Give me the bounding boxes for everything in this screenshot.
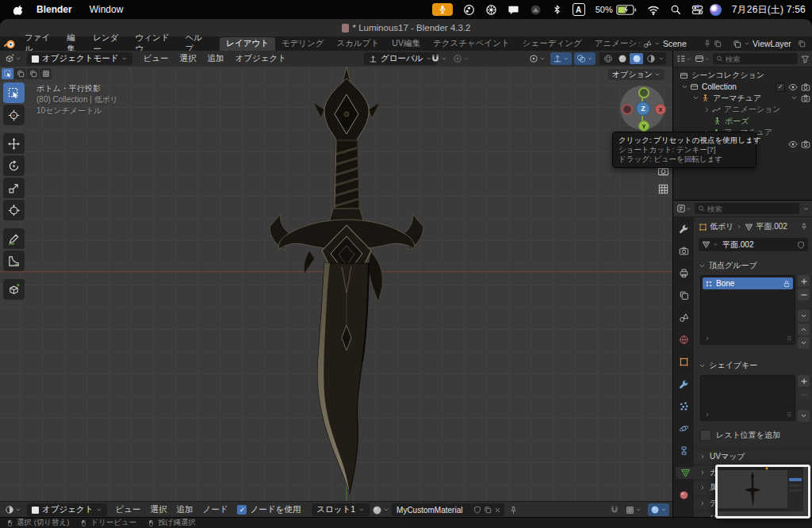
sword-model[interactable] xyxy=(270,67,423,493)
vertex-groups-section-header[interactable]: 頂点グループ xyxy=(694,255,812,274)
shader-view-menu[interactable]: ビュー xyxy=(110,504,145,515)
shading-rendered-button[interactable] xyxy=(644,53,657,64)
mic-status-button[interactable] xyxy=(432,3,453,16)
snap-icon[interactable] xyxy=(610,505,619,515)
material-browse-dropdown[interactable] xyxy=(370,503,392,516)
tool-measure[interactable] xyxy=(3,251,25,271)
unlink-material-icon[interactable] xyxy=(494,507,501,514)
gizmo-axis-x[interactable]: X xyxy=(655,104,666,115)
tab-shading[interactable]: シェーディング xyxy=(516,37,588,51)
properties-search-input[interactable] xyxy=(707,205,796,213)
tab-material-properties[interactable] xyxy=(675,489,692,501)
select-mode-extend-button[interactable] xyxy=(14,68,26,79)
tab-world-properties[interactable] xyxy=(675,334,692,346)
shader-type-dropdown[interactable]: オブジェクト xyxy=(27,503,107,516)
render-visibility-icon[interactable] xyxy=(801,82,810,92)
chevron-down-icon[interactable] xyxy=(791,94,798,101)
outliner-editor-dropdown[interactable] xyxy=(676,54,691,63)
view-layer-selector[interactable]: ViewLayer xyxy=(730,38,809,49)
tool-annotate[interactable] xyxy=(3,228,25,249)
tab-object-properties[interactable] xyxy=(675,356,692,368)
select-mode-difference-button[interactable] xyxy=(40,68,52,79)
shading-wireframe-button[interactable] xyxy=(601,53,615,64)
grid-ortho-icon[interactable] xyxy=(657,183,669,195)
gizmo-axis-neg-x[interactable] xyxy=(622,104,633,115)
outliner-row-collection[interactable]: Collection ✓ xyxy=(673,81,812,92)
tab-physics-properties[interactable] xyxy=(675,423,692,434)
3d-viewport[interactable]: ボトム・平行投影 (80) Collection | 低ポリ 10センチメートル… xyxy=(0,67,672,501)
arc-app-icon[interactable] xyxy=(530,4,542,16)
new-scene-icon[interactable] xyxy=(714,40,722,48)
snap-toggle-dropdown[interactable] xyxy=(550,52,572,65)
snap-mode-dropdown[interactable] xyxy=(623,503,644,516)
add-menu[interactable]: 追加 xyxy=(201,53,229,64)
outliner-row-scene-collection[interactable]: シーンコレクション xyxy=(673,70,812,81)
material-name-input[interactable] xyxy=(395,505,471,515)
pin-icon[interactable] xyxy=(800,223,808,231)
render-visibility-icon[interactable] xyxy=(801,140,810,149)
properties-editor-dropdown[interactable] xyxy=(676,204,691,213)
section-uv-maps[interactable]: UVマップ xyxy=(694,449,812,465)
mesh-name-field[interactable] xyxy=(699,238,808,251)
remove-vertex-group-button[interactable] xyxy=(798,289,810,300)
tab-render-properties[interactable] xyxy=(675,245,692,257)
chevron-down-icon[interactable] xyxy=(713,242,718,247)
tab-scene-properties[interactable] xyxy=(675,312,692,323)
tool-transform[interactable] xyxy=(3,200,25,220)
tab-viewlayer-properties[interactable] xyxy=(675,289,692,301)
select-mode-new-button[interactable] xyxy=(2,68,13,79)
chevron-right-icon[interactable] xyxy=(704,411,710,418)
input-source-badge[interactable]: A xyxy=(573,3,585,16)
proportional-edit-dropdown[interactable] xyxy=(450,52,472,65)
chevron-down-icon[interactable] xyxy=(692,94,699,101)
move-group-down-button[interactable] xyxy=(798,337,810,349)
tab-modifier-properties[interactable] xyxy=(675,378,692,390)
remove-shape-key-button[interactable] xyxy=(798,388,810,400)
chevron-right-icon[interactable] xyxy=(704,335,710,342)
options-dropdown[interactable]: オプション xyxy=(608,69,665,80)
copy-material-icon[interactable] xyxy=(484,506,492,514)
control-center-icon[interactable] xyxy=(691,4,699,16)
editor-type-dropdown[interactable] xyxy=(2,52,24,65)
overlay-dropdown[interactable] xyxy=(574,52,596,65)
spotlight-search-icon[interactable] xyxy=(670,4,681,15)
shader-editor-dropdown[interactable] xyxy=(2,503,24,516)
tool-move[interactable] xyxy=(3,133,25,154)
shape-key-list[interactable]: ⠿ xyxy=(700,375,795,421)
use-nodes-checkbox[interactable]: ✓ xyxy=(237,505,247,515)
lock-icon[interactable] xyxy=(783,280,791,288)
view-menu[interactable]: ビュー xyxy=(137,53,174,64)
select-menu[interactable]: 選択 xyxy=(174,53,201,64)
material-name-field[interactable] xyxy=(392,503,504,516)
obs-status-icon[interactable] xyxy=(463,4,475,16)
new-layer-icon[interactable] xyxy=(798,40,806,48)
properties-search[interactable] xyxy=(695,203,799,214)
battery-indicator[interactable]: 50% xyxy=(596,5,637,15)
display-mode-dropdown[interactable] xyxy=(695,54,710,63)
rest-position-checkbox[interactable] xyxy=(700,430,711,441)
chevron-down-icon[interactable] xyxy=(681,83,688,90)
shading-solid-button[interactable] xyxy=(615,53,629,64)
shader-overlay-dropdown[interactable] xyxy=(648,503,669,516)
breadcrumb-object[interactable]: 低ポリ xyxy=(710,221,733,232)
fake-user-shield-icon[interactable] xyxy=(797,241,805,249)
tab-layout[interactable]: レイアウト xyxy=(220,37,275,51)
gizmo-axis-y[interactable]: Y xyxy=(638,121,649,132)
pin-icon[interactable] xyxy=(703,40,711,48)
outliner-search-input[interactable] xyxy=(726,55,795,63)
bluetooth-icon[interactable] xyxy=(552,4,562,15)
snap-dropdown[interactable] xyxy=(428,52,450,65)
chevron-down-icon[interactable] xyxy=(802,205,810,212)
navigation-gizmo[interactable]: X Y Z xyxy=(620,86,665,130)
tab-uv-editing[interactable]: UV編集 xyxy=(385,37,427,51)
chevron-down-icon[interactable] xyxy=(658,55,665,62)
chat-app-icon[interactable] xyxy=(508,4,519,16)
fake-user-shield-icon[interactable] xyxy=(473,506,481,514)
shading-material-button[interactable] xyxy=(630,53,643,64)
gizmo-axis-neg-y[interactable] xyxy=(638,87,649,98)
apple-menu-icon[interactable] xyxy=(10,4,27,16)
tab-output-properties[interactable] xyxy=(675,267,692,279)
breadcrumb-data[interactable]: 平面.002 xyxy=(756,221,787,232)
screen-share-preview[interactable] xyxy=(715,465,810,518)
menubar-app-name[interactable]: Blender xyxy=(29,4,80,15)
